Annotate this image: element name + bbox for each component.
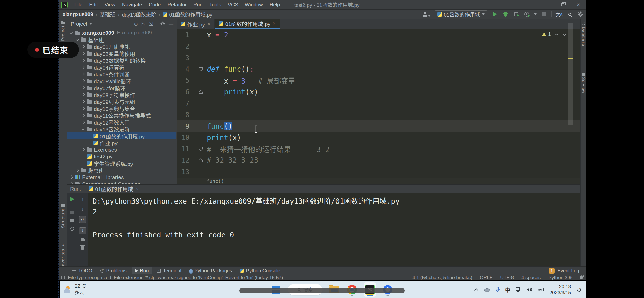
tree-item[interactable]: 01函数的作用域.py xyxy=(67,132,176,139)
collapse-all-icon[interactable]: ⇲ xyxy=(149,21,153,27)
debug-button[interactable] xyxy=(502,11,509,18)
breadcrumb-project[interactable]: xiangxue009 xyxy=(63,11,93,17)
tree-item[interactable]: 爬虫班 xyxy=(67,167,176,174)
chevron-right-icon[interactable] xyxy=(81,86,85,90)
tree-item[interactable]: day06while循环 xyxy=(67,77,176,84)
tree-item[interactable]: day02变量的使用 xyxy=(67,50,176,57)
close-icon[interactable]: × xyxy=(207,21,210,27)
tool-window-button-python-console[interactable]: Python Console xyxy=(237,267,283,274)
close-button[interactable]: × xyxy=(570,0,586,9)
tree-item[interactable]: 学生管理系统.py xyxy=(67,160,176,167)
search-everywhere-button[interactable] xyxy=(566,11,573,18)
menu-vcs[interactable]: VCS xyxy=(225,1,241,9)
breadcrumb-folder[interactable]: day13函数进阶 xyxy=(122,11,156,18)
menu-navigate[interactable]: Navigate xyxy=(120,1,145,9)
menu-help[interactable]: Help xyxy=(267,1,283,9)
code-line[interactable]: 10print(x) xyxy=(177,132,580,143)
console-output[interactable]: D:\python39\python.exe E:/xiangxue009/基础… xyxy=(93,195,578,266)
taskbar-weather[interactable]: 22°C 多云 xyxy=(64,283,86,295)
taskbar-clock[interactable]: 20:18 2023/3/15 xyxy=(549,283,571,296)
code-line[interactable]: 1x = 2 xyxy=(177,29,580,41)
rerun-button[interactable] xyxy=(70,197,74,201)
settings-button[interactable] xyxy=(577,11,584,18)
tool-window-button-terminal[interactable]: Terminal xyxy=(154,267,184,274)
menu-file[interactable]: File xyxy=(72,1,85,9)
tree-item[interactable]: xiangxue009E:\xiangxue009 xyxy=(67,29,176,36)
locate-file-icon[interactable]: ⊕ xyxy=(134,21,138,27)
chevron-right-icon[interactable] xyxy=(81,147,85,152)
indent-setting[interactable]: 4 spaces xyxy=(521,275,541,280)
tool-window-button-project[interactable]: Project xyxy=(59,22,67,41)
tool-window-switcher-icon[interactable] xyxy=(61,276,65,279)
battery-icon[interactable] xyxy=(538,288,544,292)
chevron-right-icon[interactable] xyxy=(69,175,74,180)
context-function[interactable]: func() xyxy=(207,178,224,184)
tree-item[interactable]: 基础班 xyxy=(67,36,176,43)
run-tab[interactable]: 01函数的作用域 × xyxy=(86,185,140,193)
tree-item[interactable]: test2.py xyxy=(67,153,176,160)
code-editor[interactable]: 1x = 2234def func():5 x = 3 # 局部变量6 prin… xyxy=(177,29,580,178)
code-line[interactable]: 12# 32 32 3 23 xyxy=(177,155,580,166)
cloud-icon[interactable] xyxy=(484,287,491,292)
readonly-lock-icon[interactable] xyxy=(580,276,583,279)
tree-item[interactable]: day01开班典礼 xyxy=(67,43,176,50)
caret-position[interactable]: 4:1 (54 chars, 5 line breaks) xyxy=(412,275,472,280)
restore-layout-button[interactable] xyxy=(70,219,74,222)
tool-window-button-run[interactable]: Run xyxy=(132,267,152,274)
project-view-title[interactable]: Project xyxy=(71,21,87,27)
tree-item[interactable]: day08字符串操作 xyxy=(67,91,176,98)
chevron-right-icon[interactable] xyxy=(75,168,80,173)
file-encoding[interactable]: UTF-8 xyxy=(500,275,514,280)
status-message[interactable]: File type recognized: File extension '*.… xyxy=(68,275,283,280)
tree-item[interactable]: day03数据类型的转换 xyxy=(67,57,176,64)
restore-button[interactable] xyxy=(555,0,570,9)
warning-indicator[interactable]: 1 xyxy=(542,31,551,37)
menu-window[interactable]: Window xyxy=(242,1,266,9)
menu-view[interactable]: View xyxy=(102,1,118,9)
tree-item[interactable]: Scratches and Consoles xyxy=(67,181,176,184)
chevron-down-icon[interactable] xyxy=(69,31,74,35)
code-line[interactable]: 6 print(x) xyxy=(177,86,580,98)
code-line[interactable]: 13 xyxy=(177,166,580,178)
tool-window-button-python-packages[interactable]: Python Packages xyxy=(186,267,235,274)
breadcrumb-folder[interactable]: 基础班 xyxy=(100,11,115,18)
chevron-right-icon[interactable] xyxy=(69,182,74,185)
microphone-icon[interactable] xyxy=(496,287,500,292)
editor-tab[interactable]: 作业.py× xyxy=(177,19,215,29)
code-line[interactable]: 11# 来猜一猜他的运行结果 3 2 xyxy=(177,143,580,155)
down-stacktrace-button[interactable]: ↓ xyxy=(81,207,84,212)
tool-window-button-sciview[interactable]: SciView xyxy=(581,73,586,93)
chevron-right-icon[interactable] xyxy=(81,113,85,118)
code-line[interactable]: 5 x = 3 # 局部变量 xyxy=(177,75,580,86)
chevron-right-icon[interactable] xyxy=(81,65,85,70)
soft-wrap-toggle[interactable]: ↵ xyxy=(79,216,86,223)
breadcrumb-file[interactable]: 01函数的作用域.py xyxy=(169,11,212,18)
chevron-right-icon[interactable] xyxy=(81,120,85,125)
fold-marker-icon[interactable] xyxy=(199,90,203,94)
chevron-down-icon[interactable] xyxy=(534,13,537,15)
run-button[interactable] xyxy=(491,11,498,18)
editor-tab[interactable]: 01函数的作用域.py× xyxy=(215,19,280,29)
chevron-right-icon[interactable] xyxy=(81,99,85,104)
menu-refactor[interactable]: Refactor xyxy=(165,1,189,9)
tree-item[interactable]: 作业.py xyxy=(67,139,176,146)
warning-stripe-mark[interactable] xyxy=(568,58,573,59)
editor-scrollbar[interactable] xyxy=(568,23,573,125)
video-seek-bar[interactable] xyxy=(239,288,405,293)
code-line[interactable]: 9func() xyxy=(177,120,580,132)
menu-edit[interactable]: Edit xyxy=(86,1,100,9)
tool-window-button-problems[interactable]: Problems xyxy=(97,267,130,274)
fold-marker-icon[interactable] xyxy=(199,147,203,151)
chevron-down-icon[interactable] xyxy=(89,23,92,25)
chevron-down-icon[interactable] xyxy=(81,127,85,131)
stop-button[interactable] xyxy=(541,11,547,18)
tree-item[interactable]: day09列表与元组 xyxy=(67,98,176,105)
chevron-right-icon[interactable] xyxy=(81,44,85,49)
translate-button[interactable]: 文A xyxy=(556,11,562,18)
tool-window-button-database[interactable]: Database xyxy=(581,22,586,46)
scroll-to-end-toggle[interactable]: ↓ xyxy=(79,227,86,234)
pin-tab-button[interactable] xyxy=(70,227,74,231)
close-icon[interactable]: × xyxy=(136,186,138,192)
minimize-button[interactable] xyxy=(539,0,555,9)
ime-indicator[interactable]: 中 xyxy=(505,286,510,293)
